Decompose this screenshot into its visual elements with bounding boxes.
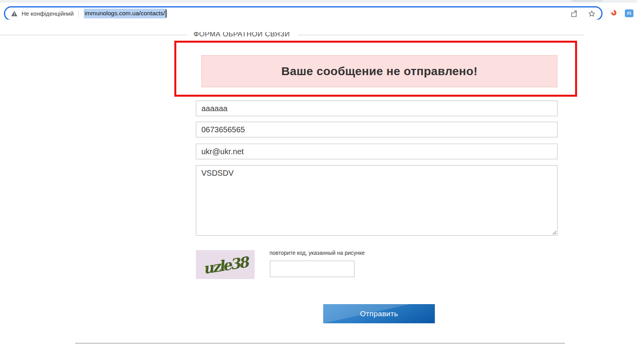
submit-button[interactable]: Отправить (323, 304, 435, 323)
fi-extension-icon[interactable]: FI (625, 9, 633, 17)
fieldset-line-left (0, 35, 187, 35)
extensions-area: FI (610, 9, 633, 18)
captcha-image: uzle38 (196, 250, 255, 279)
url-text-selected[interactable]: immunologs.com.ua/contacts/ (84, 9, 166, 18)
error-alert: Ваше сообщение не отправлено! (201, 55, 557, 87)
address-bar[interactable]: Не конфіденційний immunologs.com.ua/cont… (4, 6, 603, 21)
message-textarea[interactable]: VSDSDV (196, 165, 557, 236)
not-secure-warning-icon (11, 11, 18, 17)
form-title: ФОРМА ОБРАТНОЙ СВЯЗИ (194, 32, 290, 39)
bookmarks-bar: YouTube Карты Нова проблема -... (0, 20, 637, 32)
name-input[interactable] (196, 101, 557, 116)
captcha-label: повторите код, указанный на рисунке (270, 250, 365, 256)
tab-fragment (571, 0, 603, 2)
bottom-divider (75, 343, 565, 344)
textarea-resize-handle[interactable] (552, 230, 557, 235)
bookmark-star-icon[interactable] (588, 10, 596, 18)
email-input[interactable] (196, 144, 557, 159)
share-icon[interactable] (570, 10, 578, 18)
omnibox-divider (78, 10, 79, 18)
magnet-extension-icon[interactable] (608, 7, 620, 19)
fieldset-line-right (298, 35, 584, 35)
phone-input[interactable] (196, 122, 557, 137)
captcha-input[interactable] (270, 261, 355, 277)
text-caret (166, 9, 166, 18)
security-label[interactable]: Не конфіденційний (22, 10, 74, 17)
browser-window: Не конфіденційний immunologs.com.ua/cont… (0, 0, 637, 364)
tab-strip (0, 0, 637, 3)
error-alert-text: Ваше сообщение не отправлено! (281, 65, 478, 78)
page-content: ФОРМА ОБРАТНОЙ СВЯЗИ Ваше сообщение не о… (0, 32, 637, 364)
browser-toolbar: Не конфіденційний immunologs.com.ua/cont… (0, 3, 637, 20)
submit-button-label: Отправить (360, 310, 398, 318)
